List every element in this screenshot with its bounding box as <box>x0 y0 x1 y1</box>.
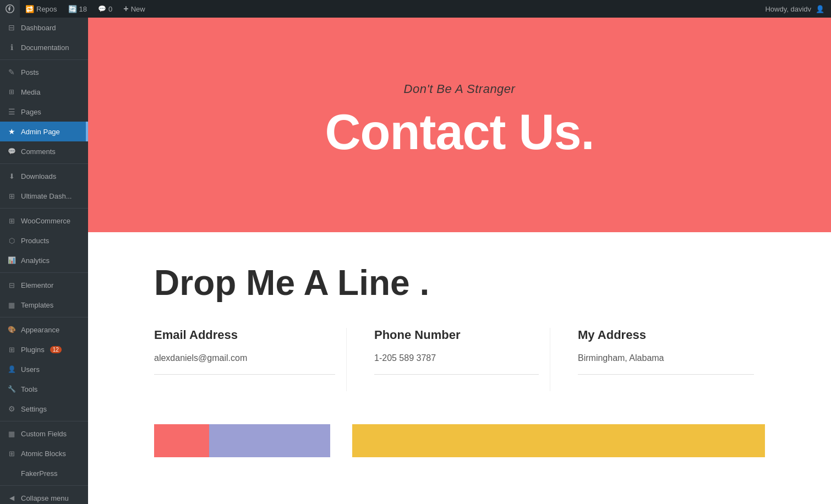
custom-fields-icon <box>7 429 17 439</box>
sidebar-item-templates[interactable]: Templates <box>0 295 88 315</box>
sidebar-label-analytics: Analytics <box>21 256 50 265</box>
wp-logo[interactable] <box>0 0 20 18</box>
sidebar-item-faker-press[interactable]: FakerPress <box>0 463 88 483</box>
hero-subtitle: Don't Be A Stranger <box>404 82 516 96</box>
content-section: Drop Me A Line . Email Address alexdanie… <box>88 232 831 413</box>
sidebar-label-atomic-blocks: Atomic Blocks <box>21 450 66 458</box>
separator-3 <box>0 208 88 209</box>
analytics-icon <box>7 255 17 265</box>
contact-col-phone: Phone Number 1-205 589 3787 <box>358 328 550 391</box>
separator-5 <box>0 317 88 317</box>
sidebar-item-plugins[interactable]: Plugins 12 <box>0 339 88 359</box>
comments-bar-count: 0 <box>108 5 112 13</box>
repos-icon: 🔁 <box>25 5 34 13</box>
settings-icon <box>7 404 17 414</box>
sidebar-item-collapse[interactable]: Collapse menu <box>0 488 88 504</box>
sidebar-item-elementor[interactable]: Elementor <box>0 275 88 295</box>
collapse-icon <box>7 493 17 503</box>
sidebar-label-products: Products <box>21 237 49 245</box>
sidebar-label-collapse: Collapse menu <box>21 494 69 502</box>
tools-icon <box>7 384 17 394</box>
separator-2 <box>0 163 88 164</box>
sidebar-label-documentation: Documentation <box>21 43 69 52</box>
address-value: Birmingham, Alabama <box>578 353 754 363</box>
howdy-item[interactable]: Howdy, davidv 👤 <box>758 5 831 13</box>
appearance-icon <box>7 325 17 335</box>
avatar-icon: 👤 <box>816 5 824 13</box>
sidebar: Dashboard Documentation Posts Media Page… <box>0 18 88 504</box>
sidebar-label-faker-press: FakerPress <box>21 469 57 478</box>
preview-coral <box>154 424 209 457</box>
sidebar-item-atomic-blocks[interactable]: Atomic Blocks <box>0 443 88 463</box>
howdy-text: Howdy, davidv <box>765 5 811 13</box>
sidebar-label-posts: Posts <box>21 68 39 76</box>
contact-col-email: Email Address alexdaniels@gmail.com <box>154 328 347 391</box>
contact-col-address: My Address Birmingham, Alabama <box>561 328 765 391</box>
sidebar-item-admin-page[interactable]: Admin Page <box>0 122 88 141</box>
sidebar-label-settings: Settings <box>21 405 47 413</box>
sidebar-label-admin-page: Admin Page <box>21 128 60 136</box>
sidebar-label-elementor: Elementor <box>21 281 53 289</box>
email-label: Email Address <box>154 328 335 342</box>
products-icon <box>7 235 17 245</box>
sidebar-label-woocommerce: WooCommerce <box>21 217 70 225</box>
comments-bar-item[interactable]: 💬 0 <box>92 0 118 18</box>
hero-section: Don't Be A Stranger Contact Us. <box>88 18 831 232</box>
admin-page-icon <box>7 127 17 136</box>
plugins-badge: 12 <box>50 346 62 353</box>
templates-icon <box>7 300 17 310</box>
plugins-icon <box>7 344 17 354</box>
sidebar-label-plugins: Plugins <box>21 346 45 354</box>
updates-item[interactable]: 🔄 18 <box>63 0 92 18</box>
sidebar-item-documentation[interactable]: Documentation <box>0 37 88 57</box>
repos-label: Repos <box>36 5 57 13</box>
sidebar-item-tools[interactable]: Tools <box>0 379 88 399</box>
sidebar-item-media[interactable]: Media <box>0 82 88 102</box>
hero-title: Contact Us. <box>325 107 594 157</box>
sidebar-label-comments: Comments <box>21 147 56 156</box>
sidebar-item-downloads[interactable]: Downloads <box>0 166 88 186</box>
sidebar-item-products[interactable]: Products <box>0 231 88 250</box>
repos-item[interactable]: 🔁 Repos <box>20 0 63 18</box>
preview-block-left <box>154 424 330 457</box>
sidebar-item-custom-fields[interactable]: Custom Fields <box>0 424 88 443</box>
updates-count: 18 <box>79 5 87 13</box>
sidebar-item-analytics[interactable]: Analytics <box>0 250 88 270</box>
sidebar-item-ultimate-dash[interactable]: Ultimate Dash... <box>0 186 88 206</box>
sidebar-item-dashboard[interactable]: Dashboard <box>0 18 88 37</box>
drop-line-title: Drop Me A Line . <box>154 265 765 300</box>
sidebar-item-settings[interactable]: Settings <box>0 399 88 419</box>
downloads-icon <box>7 171 17 181</box>
preview-block-right <box>352 424 765 457</box>
sidebar-label-dashboard: Dashboard <box>21 24 56 32</box>
woocommerce-icon <box>7 216 17 226</box>
sidebar-item-users[interactable]: Users <box>0 359 88 379</box>
sidebar-label-custom-fields: Custom Fields <box>21 430 67 438</box>
admin-bar: 🔁 Repos 🔄 18 💬 0 + New Howdy, davidv 👤 <box>0 0 831 18</box>
sidebar-item-appearance[interactable]: Appearance <box>0 320 88 339</box>
main-content: Don't Be A Stranger Contact Us. Drop Me … <box>88 18 831 504</box>
sidebar-label-tools: Tools <box>21 385 37 393</box>
sidebar-item-comments[interactable]: Comments <box>0 141 88 161</box>
preview-lavender <box>209 424 330 457</box>
media-icon <box>7 87 17 97</box>
separator-7 <box>0 485 88 486</box>
sidebar-item-pages[interactable]: Pages <box>0 102 88 122</box>
contact-grid: Email Address alexdaniels@gmail.com Phon… <box>154 328 765 391</box>
sidebar-item-woocommerce[interactable]: WooCommerce <box>0 211 88 231</box>
faker-press-icon <box>7 468 17 478</box>
atomic-blocks-icon <box>7 448 17 458</box>
new-label: New <box>131 5 145 13</box>
new-item[interactable]: + New <box>118 0 150 18</box>
sidebar-item-posts[interactable]: Posts <box>0 62 88 82</box>
comments-bar-icon: 💬 <box>98 5 106 13</box>
new-icon: + <box>123 4 128 14</box>
separator-6 <box>0 421 88 421</box>
address-divider <box>578 374 754 375</box>
phone-divider <box>374 374 539 375</box>
sidebar-label-media: Media <box>21 88 40 96</box>
ultimate-dash-icon <box>7 191 17 201</box>
bottom-preview <box>88 424 831 457</box>
pages-icon <box>7 107 17 117</box>
elementor-icon <box>7 280 17 290</box>
